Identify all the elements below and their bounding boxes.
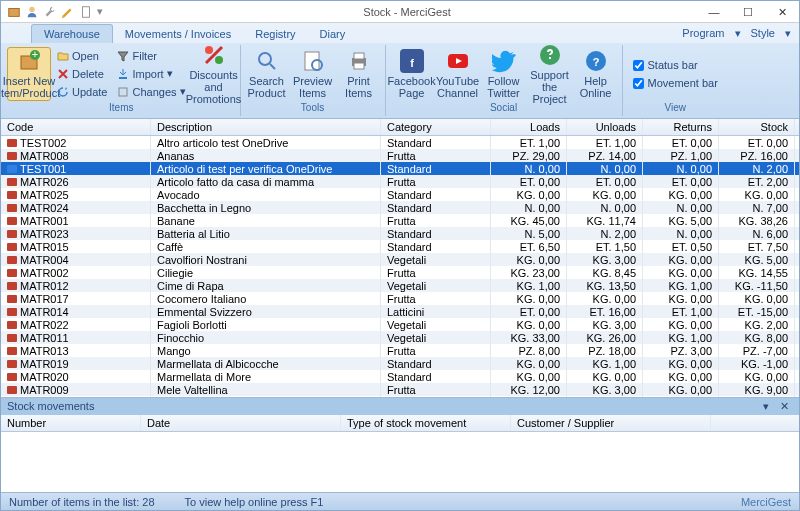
discount-icon [202, 43, 226, 67]
row-icon [7, 269, 17, 277]
qa-dropdown-icon[interactable]: ▾ [97, 5, 111, 19]
insert-new-item-button[interactable]: + Insert New Item/Product [7, 47, 51, 101]
svg-point-8 [205, 46, 213, 54]
svg-rect-14 [354, 53, 364, 59]
panel-controls[interactable]: ▾ ✕ [763, 400, 793, 413]
col-loads[interactable]: Loads [491, 119, 567, 135]
row-icon [7, 217, 17, 225]
open-button[interactable]: Open [53, 47, 111, 64]
dcol-number[interactable]: Number [1, 415, 141, 431]
row-icon [7, 373, 17, 381]
filter-icon [117, 50, 129, 62]
grid-header: Code Description Category Loads Unloads … [1, 119, 799, 136]
group-items-label: Items [109, 101, 133, 114]
changes-icon [117, 86, 129, 98]
statusbar-checkbox[interactable]: Status bar [627, 57, 704, 73]
dcol-date[interactable]: Date [141, 415, 341, 431]
row-icon [7, 243, 17, 251]
tab-warehouse[interactable]: Warehouse [31, 24, 113, 43]
changes-button[interactable]: Changes▾ [113, 83, 189, 100]
row-icon [7, 191, 17, 199]
youtube-button[interactable]: YouTube Channel [436, 47, 480, 101]
search-icon [255, 49, 279, 73]
svg-point-1 [29, 6, 34, 11]
menu-style[interactable]: Style [751, 27, 775, 40]
update-button[interactable]: Update [53, 83, 111, 100]
support-button[interactable]: Support the Project [528, 47, 572, 101]
qa-wrench-icon[interactable] [43, 5, 57, 19]
row-icon [7, 360, 17, 368]
qa-user-icon[interactable] [25, 5, 39, 19]
row-icon [7, 204, 17, 212]
tab-registry[interactable]: Registry [243, 25, 307, 43]
svg-rect-0 [9, 8, 20, 16]
row-icon [7, 295, 17, 303]
ribbon: Warehouse Movements / Invoices Registry … [1, 23, 799, 119]
chevron-down-icon: ▾ [167, 67, 173, 80]
help-icon: ? [584, 49, 608, 73]
svg-text:f: f [410, 57, 414, 69]
status-count: Number of items in the list: 28 [9, 496, 155, 508]
dcol-customer[interactable]: Customer / Supplier [511, 415, 711, 431]
twitter-button[interactable]: Follow Twitter [482, 47, 526, 101]
svg-rect-2 [83, 6, 90, 17]
row-icon [7, 386, 17, 394]
group-view-label: View [664, 101, 686, 114]
col-category[interactable]: Category [381, 119, 491, 135]
facebook-button[interactable]: fFacebook Page [390, 47, 434, 101]
import-icon [117, 68, 129, 80]
help-button[interactable]: ?Help Online [574, 47, 618, 101]
import-button[interactable]: Import▾ [113, 65, 189, 82]
detail-header[interactable]: Stock movements ▾ ✕ [1, 398, 799, 415]
dcol-type[interactable]: Type of stock movement [341, 415, 511, 431]
row-icon [7, 178, 17, 186]
status-bar: Number of items in the list: 28 To view … [1, 492, 799, 510]
filter-button[interactable]: Filter [113, 47, 189, 64]
group-social-label: Social [490, 101, 517, 114]
tab-movements[interactable]: Movements / Invoices [113, 25, 243, 43]
movementbar-checkbox[interactable]: Movement bar [627, 75, 724, 91]
svg-point-10 [259, 53, 271, 65]
svg-rect-6 [119, 77, 127, 79]
items-grid[interactable]: Code Description Category Loads Unloads … [1, 119, 799, 397]
close-button[interactable]: ✕ [765, 1, 799, 23]
support-icon [538, 43, 562, 67]
row-icon [7, 165, 17, 173]
row-icon [7, 321, 17, 329]
col-unloads[interactable]: Unloads [567, 119, 643, 135]
detail-body [1, 432, 799, 492]
row-icon [7, 308, 17, 316]
qa-page-icon[interactable] [79, 5, 93, 19]
chevron-down-icon: ▾ [785, 27, 791, 40]
col-code[interactable]: Code [1, 119, 151, 135]
discounts-button[interactable]: Discounts and Promotions [192, 47, 236, 101]
print-items-button[interactable]: Print Items [337, 47, 381, 101]
row-icon [7, 256, 17, 264]
menu-program[interactable]: Program [682, 27, 724, 40]
search-product-button[interactable]: Search Product [245, 47, 289, 101]
table-row[interactable]: MATR009Mele ValtellinaFruttaKG. 12,00KG.… [1, 383, 799, 396]
maximize-button[interactable]: ☐ [731, 1, 765, 23]
svg-rect-15 [354, 63, 364, 69]
col-description[interactable]: Description [151, 119, 381, 135]
row-icon [7, 347, 17, 355]
package-add-icon: + [17, 49, 41, 73]
svg-point-9 [215, 56, 223, 64]
titlebar: ▾ Stock - MerciGest — ☐ ✕ [1, 1, 799, 23]
folder-open-icon [57, 50, 69, 62]
qa-box-icon[interactable] [7, 5, 21, 19]
minimize-button[interactable]: — [697, 1, 731, 23]
preview-items-button[interactable]: Preview Items [291, 47, 335, 101]
status-app: MerciGest [741, 496, 791, 508]
qa-pencil-icon[interactable] [61, 5, 75, 19]
delete-button[interactable]: Delete [53, 65, 111, 82]
facebook-icon: f [400, 49, 424, 73]
col-stock[interactable]: Stock [719, 119, 795, 135]
twitter-icon [492, 49, 516, 73]
col-returns[interactable]: Returns [643, 119, 719, 135]
quick-access-toolbar: ▾ [1, 5, 117, 19]
svg-text:+: + [32, 49, 38, 60]
stock-movements-panel: Stock movements ▾ ✕ Number Date Type of … [1, 397, 799, 492]
tab-diary[interactable]: Diary [308, 25, 358, 43]
svg-rect-7 [119, 88, 127, 96]
